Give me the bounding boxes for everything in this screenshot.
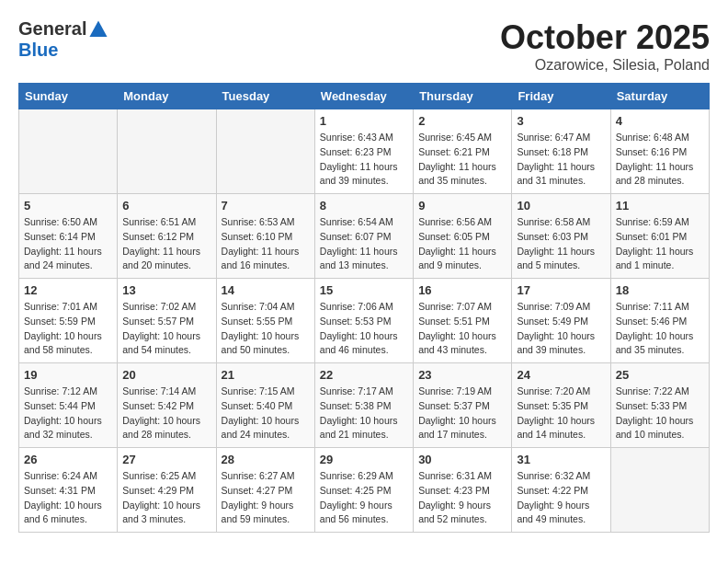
logo-blue: Blue bbox=[18, 40, 58, 60]
day-cell: 30Sunrise: 6:31 AMSunset: 4:23 PMDayligh… bbox=[414, 448, 512, 533]
day-cell: 27Sunrise: 6:25 AMSunset: 4:29 PMDayligh… bbox=[118, 448, 216, 533]
day-number: 24 bbox=[517, 368, 605, 382]
day-number: 23 bbox=[418, 368, 506, 382]
day-cell: 17Sunrise: 7:09 AMSunset: 5:49 PMDayligh… bbox=[512, 279, 610, 363]
day-detail: Sunrise: 7:11 AMSunset: 5:46 PMDaylight:… bbox=[616, 300, 704, 358]
day-detail: Sunrise: 6:27 AMSunset: 4:27 PMDaylight:… bbox=[222, 469, 310, 527]
day-cell: 5Sunrise: 6:50 AMSunset: 6:14 PMDaylight… bbox=[19, 194, 118, 279]
col-header-wednesday: Wednesday bbox=[314, 84, 413, 109]
week-row-1: 1Sunrise: 6:43 AMSunset: 6:23 PMDaylight… bbox=[19, 109, 710, 194]
week-row-5: 26Sunrise: 6:24 AMSunset: 4:31 PMDayligh… bbox=[19, 448, 710, 533]
day-detail: Sunrise: 6:25 AMSunset: 4:29 PMDaylight:… bbox=[122, 469, 210, 527]
day-detail: Sunrise: 7:15 AMSunset: 5:40 PMDaylight:… bbox=[222, 385, 310, 442]
day-cell: 7Sunrise: 6:53 AMSunset: 6:10 PMDaylight… bbox=[216, 194, 314, 279]
svg-marker-0 bbox=[90, 20, 108, 37]
day-number: 11 bbox=[616, 199, 704, 213]
day-number: 10 bbox=[517, 199, 605, 213]
day-number: 12 bbox=[24, 283, 112, 297]
day-number: 17 bbox=[517, 283, 605, 297]
day-cell bbox=[19, 109, 118, 194]
logo: General Blue bbox=[18, 18, 108, 60]
day-detail: Sunrise: 7:20 AMSunset: 5:35 PMDaylight:… bbox=[517, 385, 605, 442]
week-row-2: 5Sunrise: 6:50 AMSunset: 6:14 PMDaylight… bbox=[19, 194, 710, 279]
day-detail: Sunrise: 7:19 AMSunset: 5:37 PMDaylight:… bbox=[418, 385, 506, 442]
day-cell bbox=[610, 448, 709, 533]
day-detail: Sunrise: 6:24 AMSunset: 4:31 PMDaylight:… bbox=[24, 469, 112, 527]
day-detail: Sunrise: 7:04 AMSunset: 5:55 PMDaylight:… bbox=[222, 300, 310, 358]
day-cell: 8Sunrise: 6:54 AMSunset: 6:07 PMDaylight… bbox=[314, 194, 413, 279]
day-number: 27 bbox=[122, 453, 210, 466]
day-cell: 20Sunrise: 7:14 AMSunset: 5:42 PMDayligh… bbox=[118, 363, 216, 448]
day-number: 8 bbox=[320, 199, 408, 213]
day-detail: Sunrise: 6:58 AMSunset: 6:03 PMDaylight:… bbox=[517, 215, 605, 273]
day-cell: 24Sunrise: 7:20 AMSunset: 5:35 PMDayligh… bbox=[512, 363, 610, 448]
day-number: 20 bbox=[122, 368, 210, 382]
day-cell: 3Sunrise: 6:47 AMSunset: 6:18 PMDaylight… bbox=[512, 109, 610, 194]
day-detail: Sunrise: 6:32 AMSunset: 4:22 PMDaylight:… bbox=[517, 469, 605, 527]
day-detail: Sunrise: 7:09 AMSunset: 5:49 PMDaylight:… bbox=[517, 300, 605, 358]
day-cell: 4Sunrise: 6:48 AMSunset: 6:16 PMDaylight… bbox=[610, 109, 709, 194]
day-cell: 19Sunrise: 7:12 AMSunset: 5:44 PMDayligh… bbox=[19, 363, 118, 448]
day-detail: Sunrise: 6:56 AMSunset: 6:05 PMDaylight:… bbox=[418, 215, 506, 273]
day-cell: 31Sunrise: 6:32 AMSunset: 4:22 PMDayligh… bbox=[512, 448, 610, 533]
day-detail: Sunrise: 6:45 AMSunset: 6:21 PMDaylight:… bbox=[418, 131, 506, 189]
day-cell: 28Sunrise: 6:27 AMSunset: 4:27 PMDayligh… bbox=[216, 448, 314, 533]
day-detail: Sunrise: 6:59 AMSunset: 6:01 PMDaylight:… bbox=[616, 215, 704, 273]
day-cell: 16Sunrise: 7:07 AMSunset: 5:51 PMDayligh… bbox=[414, 279, 512, 363]
day-number: 5 bbox=[24, 199, 112, 213]
day-cell: 13Sunrise: 7:02 AMSunset: 5:57 PMDayligh… bbox=[118, 279, 216, 363]
day-detail: Sunrise: 6:51 AMSunset: 6:12 PMDaylight:… bbox=[122, 215, 210, 273]
day-cell: 21Sunrise: 7:15 AMSunset: 5:40 PMDayligh… bbox=[216, 363, 314, 448]
day-cell: 15Sunrise: 7:06 AMSunset: 5:53 PMDayligh… bbox=[314, 279, 413, 363]
day-number: 21 bbox=[222, 368, 310, 382]
day-detail: Sunrise: 6:54 AMSunset: 6:07 PMDaylight:… bbox=[320, 215, 408, 273]
col-header-tuesday: Tuesday bbox=[216, 84, 314, 109]
col-header-thursday: Thursday bbox=[414, 84, 512, 109]
day-number: 18 bbox=[616, 283, 704, 297]
day-detail: Sunrise: 6:53 AMSunset: 6:10 PMDaylight:… bbox=[222, 215, 310, 273]
day-number: 19 bbox=[24, 368, 112, 382]
col-header-saturday: Saturday bbox=[610, 84, 709, 109]
day-detail: Sunrise: 6:29 AMSunset: 4:25 PMDaylight:… bbox=[320, 469, 408, 527]
month-title: October 2025 bbox=[500, 18, 710, 57]
day-number: 25 bbox=[616, 368, 704, 382]
day-cell: 18Sunrise: 7:11 AMSunset: 5:46 PMDayligh… bbox=[610, 279, 709, 363]
day-detail: Sunrise: 7:02 AMSunset: 5:57 PMDaylight:… bbox=[122, 300, 210, 358]
day-cell: 11Sunrise: 6:59 AMSunset: 6:01 PMDayligh… bbox=[610, 194, 709, 279]
day-number: 4 bbox=[616, 114, 704, 128]
day-cell: 9Sunrise: 6:56 AMSunset: 6:05 PMDaylight… bbox=[414, 194, 512, 279]
day-cell: 25Sunrise: 7:22 AMSunset: 5:33 PMDayligh… bbox=[610, 363, 709, 448]
week-row-3: 12Sunrise: 7:01 AMSunset: 5:59 PMDayligh… bbox=[19, 279, 710, 363]
day-cell: 10Sunrise: 6:58 AMSunset: 6:03 PMDayligh… bbox=[512, 194, 610, 279]
logo-general: General bbox=[18, 18, 86, 39]
day-number: 15 bbox=[320, 283, 408, 297]
day-number: 26 bbox=[24, 453, 112, 466]
day-detail: Sunrise: 7:12 AMSunset: 5:44 PMDaylight:… bbox=[24, 385, 112, 442]
day-cell: 12Sunrise: 7:01 AMSunset: 5:59 PMDayligh… bbox=[19, 279, 118, 363]
header-row: SundayMondayTuesdayWednesdayThursdayFrid… bbox=[19, 84, 710, 109]
title-block: October 2025 Ozarowice, Silesia, Poland bbox=[500, 18, 710, 74]
day-cell bbox=[216, 109, 314, 194]
day-number: 6 bbox=[122, 199, 210, 213]
day-detail: Sunrise: 7:22 AMSunset: 5:33 PMDaylight:… bbox=[616, 385, 704, 442]
day-detail: Sunrise: 6:48 AMSunset: 6:16 PMDaylight:… bbox=[616, 131, 704, 189]
day-detail: Sunrise: 7:07 AMSunset: 5:51 PMDaylight:… bbox=[418, 300, 506, 358]
day-detail: Sunrise: 7:17 AMSunset: 5:38 PMDaylight:… bbox=[320, 385, 408, 442]
day-number: 29 bbox=[320, 453, 408, 466]
calendar-table: SundayMondayTuesdayWednesdayThursdayFrid… bbox=[18, 83, 710, 533]
day-number: 2 bbox=[418, 114, 506, 128]
day-cell: 6Sunrise: 6:51 AMSunset: 6:12 PMDaylight… bbox=[118, 194, 216, 279]
day-detail: Sunrise: 6:31 AMSunset: 4:23 PMDaylight:… bbox=[418, 469, 506, 527]
col-header-sunday: Sunday bbox=[19, 84, 118, 109]
day-cell: 29Sunrise: 6:29 AMSunset: 4:25 PMDayligh… bbox=[314, 448, 413, 533]
day-cell: 1Sunrise: 6:43 AMSunset: 6:23 PMDaylight… bbox=[314, 109, 413, 194]
week-row-4: 19Sunrise: 7:12 AMSunset: 5:44 PMDayligh… bbox=[19, 363, 710, 448]
day-number: 9 bbox=[418, 199, 506, 213]
day-number: 16 bbox=[418, 283, 506, 297]
day-detail: Sunrise: 6:50 AMSunset: 6:14 PMDaylight:… bbox=[24, 215, 112, 273]
page-header: General Blue October 2025 Ozarowice, Sil… bbox=[18, 18, 710, 74]
day-detail: Sunrise: 7:14 AMSunset: 5:42 PMDaylight:… bbox=[122, 385, 210, 442]
day-cell: 26Sunrise: 6:24 AMSunset: 4:31 PMDayligh… bbox=[19, 448, 118, 533]
day-number: 7 bbox=[222, 199, 310, 213]
day-detail: Sunrise: 6:43 AMSunset: 6:23 PMDaylight:… bbox=[320, 131, 408, 189]
